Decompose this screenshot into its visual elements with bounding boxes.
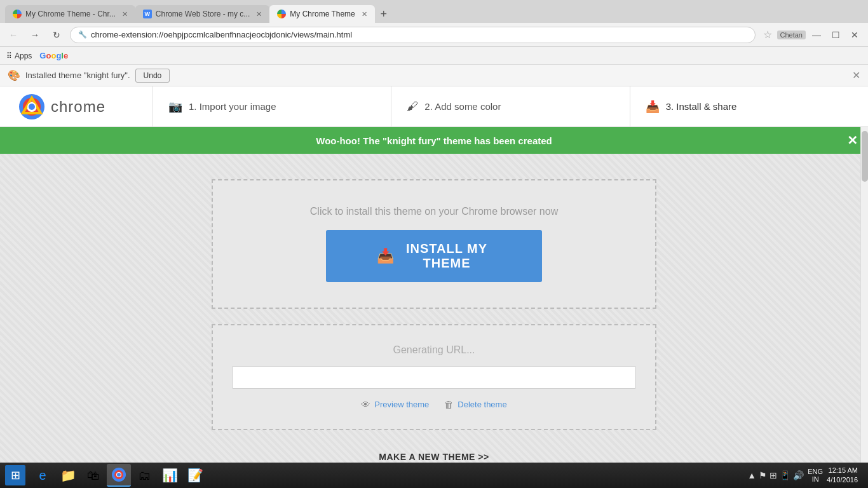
svg-point-4 xyxy=(29,104,35,110)
preview-theme-link[interactable]: 👁 Preview theme xyxy=(361,399,429,410)
app-header: chrome 📷 1. Import your image 🖌 2. Add s… xyxy=(0,86,868,127)
taskbar-volume-icon[interactable]: 🔊 xyxy=(793,470,804,480)
apps-bookmark[interactable]: ⠿ Apps xyxy=(6,51,32,60)
maximize-button[interactable]: ☐ xyxy=(827,27,844,43)
bookmarks-bar: ⠿ Apps Google xyxy=(0,47,868,65)
success-message: Woo-hoo! The "knight fury" theme has bee… xyxy=(316,135,552,146)
undo-button[interactable]: Undo xyxy=(135,69,170,83)
step1-label: 1. Import your image xyxy=(189,101,276,112)
back-button[interactable]: ← xyxy=(5,27,22,43)
tab-chrome-web-store[interactable]: W Chrome Web Store - my c... ✕ xyxy=(135,5,269,23)
minimize-button[interactable]: — xyxy=(808,27,825,43)
notif-message: Installed theme "knight fury". xyxy=(25,71,130,80)
taskbar: ⊞ e 📁 🛍 🗂 📊 📝 ▲ ⚑ ⊞ 📱 🔊 ENG IN xyxy=(0,463,868,488)
delete-label: Delete theme xyxy=(458,400,506,409)
tab-label: Chrome Web Store - my c... xyxy=(156,10,250,18)
url-bar[interactable]: 🔧 chrome-extension://oehpjpccmlcalbenfhn… xyxy=(70,27,756,43)
svg-point-8 xyxy=(117,473,121,477)
taskbar-chrome-icon[interactable] xyxy=(107,464,131,487)
user-badge[interactable]: Chetan xyxy=(777,30,806,39)
tab-label: My Chrome Theme - Chr... xyxy=(25,10,116,18)
bookmark-icon[interactable]: ☆ xyxy=(763,29,772,41)
notif-close-icon[interactable]: ✕ xyxy=(852,69,860,81)
close-button[interactable]: ✕ xyxy=(846,27,863,43)
trash-icon: 🗑 xyxy=(444,399,454,410)
url-text: chrome-extension://oehpjpccmlcalbenfhnac… xyxy=(91,30,352,39)
taskbar-word-icon[interactable]: 📝 xyxy=(183,464,207,487)
tab-close-icon[interactable]: ✕ xyxy=(256,10,262,18)
preview-label: Preview theme xyxy=(374,400,429,409)
install-icon: 📥 xyxy=(646,100,660,114)
arrow-up-icon[interactable]: ▲ xyxy=(747,470,756,480)
tab-bar: My Chrome Theme - Chr... ✕ W Chrome Web … xyxy=(0,0,868,23)
start-button[interactable]: ⊞ xyxy=(5,465,25,485)
delete-theme-link[interactable]: 🗑 Delete theme xyxy=(444,399,506,410)
camera-icon: 📷 xyxy=(168,100,182,114)
url-lock-icon: 🔧 xyxy=(78,30,87,39)
scrollbar[interactable] xyxy=(860,127,868,463)
share-box: Generating URL... 👁 Preview theme 🗑 Dele… xyxy=(212,324,656,430)
forward-button[interactable]: → xyxy=(27,27,43,43)
taskbar-app-icons: e 📁 🛍 🗂 📊 📝 xyxy=(31,464,740,487)
taskbar-flag-icon[interactable]: ⚑ xyxy=(759,470,767,480)
apps-label: Apps xyxy=(15,51,32,60)
share-actions: 👁 Preview theme 🗑 Delete theme xyxy=(361,399,506,410)
step-import-image[interactable]: 📷 1. Import your image xyxy=(153,86,391,126)
scrollbar-thumb[interactable] xyxy=(862,131,868,182)
tab-my-chrome-theme-active[interactable]: My Chrome Theme ✕ xyxy=(269,5,374,23)
step3-label: 3. Install & share xyxy=(666,101,737,112)
paint-icon: 🎨 xyxy=(8,69,20,81)
tab-close-icon[interactable]: ✕ xyxy=(362,10,367,18)
taskbar-windows-icon[interactable]: ⊞ xyxy=(770,470,777,480)
apps-grid-icon: ⠿ xyxy=(6,51,12,60)
google-logo-g: Google xyxy=(39,51,68,60)
notif-bar: 🎨 Installed theme "knight fury". Undo ✕ xyxy=(0,65,868,86)
taskbar-lang: ENG IN xyxy=(808,468,823,483)
banner-close-icon[interactable]: ✕ xyxy=(847,133,858,148)
taskbar-clock[interactable]: 12:15 AM 4/10/2016 xyxy=(827,466,858,485)
install-box: Click to install this theme on your Chro… xyxy=(212,179,656,309)
eye-icon: 👁 xyxy=(361,399,370,410)
new-tab-button[interactable]: + xyxy=(375,5,393,23)
install-btn-icon: 📥 xyxy=(377,248,395,264)
make-new-theme-button[interactable]: MAKE A NEW THEME >> xyxy=(379,452,489,462)
install-instruction: Click to install this theme on your Chro… xyxy=(310,206,558,217)
generating-url-text: Generating URL... xyxy=(393,344,475,356)
steps-nav: 📷 1. Import your image 🖌 2. Add some col… xyxy=(153,86,868,126)
main-content: Click to install this theme on your Chro… xyxy=(0,154,868,475)
share-url-input[interactable] xyxy=(232,366,636,389)
reload-button[interactable]: ↻ xyxy=(48,27,65,43)
browser-toolbar-icons: Chetan — ☐ ✕ xyxy=(777,27,863,43)
taskbar-date: 4/10/2016 xyxy=(827,476,858,484)
taskbar-system-area: ▲ ⚑ ⊞ 📱 🔊 ENG IN 12:15 AM 4/10/2016 xyxy=(742,466,863,485)
taskbar-folder-icon[interactable]: 📁 xyxy=(56,464,80,487)
step-install-share[interactable]: 📥 3. Install & share xyxy=(630,86,868,126)
taskbar-excel-icon[interactable]: 📊 xyxy=(158,464,182,487)
brush-icon: 🖌 xyxy=(407,100,418,113)
taskbar-sys-icons: ▲ ⚑ ⊞ 📱 🔊 xyxy=(747,470,804,480)
address-bar: ← → ↻ 🔧 chrome-extension://oehpjpccmlcal… xyxy=(0,23,868,47)
taskbar-phone-icon[interactable]: 📱 xyxy=(780,470,790,480)
tab-close-icon[interactable]: ✕ xyxy=(122,10,128,18)
taskbar-ie-icon[interactable]: e xyxy=(31,464,55,487)
chrome-logo-svg xyxy=(19,94,44,119)
chrome-logo-area: chrome xyxy=(0,94,153,119)
taskbar-store-icon[interactable]: 🛍 xyxy=(81,464,105,487)
tab-my-chrome-theme-1[interactable]: My Chrome Theme - Chr... ✕ xyxy=(5,5,135,23)
install-my-theme-button[interactable]: 📥 INSTALL MY THEME xyxy=(326,230,542,282)
success-banner: Woo-hoo! The "knight fury" theme has bee… xyxy=(0,127,868,154)
taskbar-time: 12:15 AM xyxy=(829,466,858,474)
chrome-logo-text: chrome xyxy=(51,98,105,116)
google-bookmark[interactable]: Google xyxy=(39,51,68,60)
step2-label: 2. Add some color xyxy=(424,101,501,112)
taskbar-files-icon[interactable]: 🗂 xyxy=(132,464,156,487)
tab-label: My Chrome Theme xyxy=(290,10,355,18)
install-btn-label: INSTALL MY THEME xyxy=(402,241,491,271)
step-add-color[interactable]: 🖌 2. Add some color xyxy=(391,86,629,126)
